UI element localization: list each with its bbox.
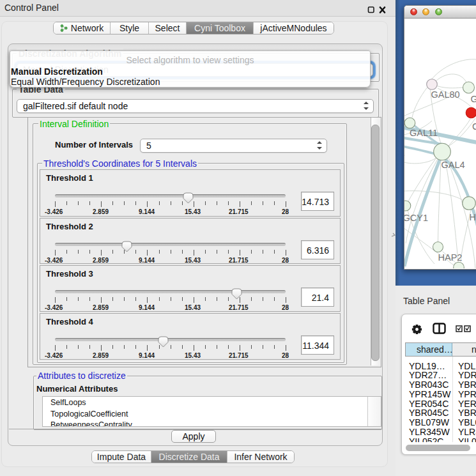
svg-text:GAL11: GAL11 (410, 128, 438, 138)
svg-text:GCY1: GCY1 (404, 213, 428, 223)
svg-text:GAL4: GAL4 (441, 160, 465, 170)
svg-text:C: C (472, 121, 476, 132)
svg-text:GA: GA (471, 94, 476, 104)
svg-text:HAP2: HAP2 (438, 252, 463, 263)
svg-text:H: H (470, 212, 476, 222)
svg-text:GAL80: GAL80 (431, 89, 460, 100)
